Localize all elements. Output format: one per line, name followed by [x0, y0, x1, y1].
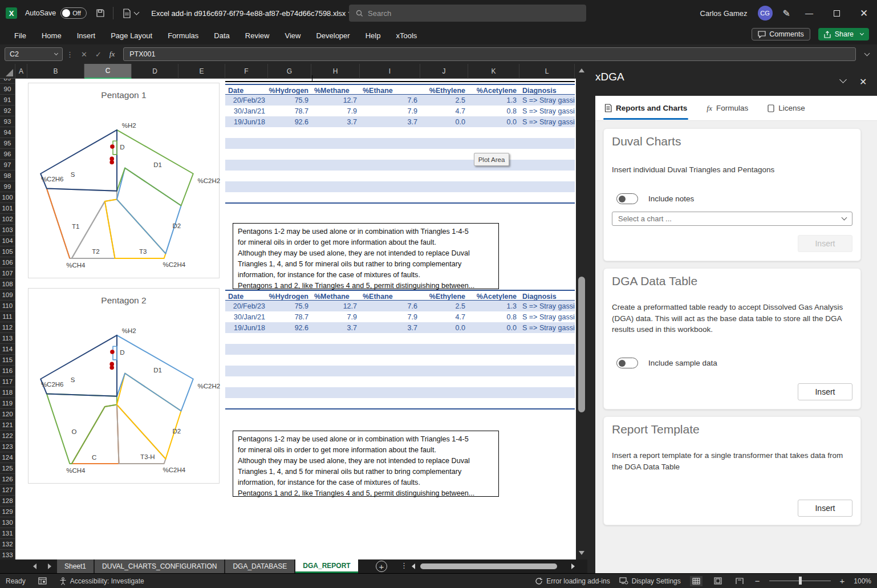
column-header-B[interactable]: B [27, 64, 84, 79]
sheet-tab-dga_report[interactable]: DGA_REPORT [295, 559, 358, 573]
table-cell[interactable] [225, 333, 268, 344]
table-cell[interactable]: 0.8 [468, 106, 519, 116]
table-cell[interactable] [519, 387, 575, 398]
column-header-I[interactable]: I [360, 64, 420, 79]
table-cell[interactable] [268, 398, 311, 409]
comments-button[interactable]: Comments [752, 28, 810, 40]
column-header-E[interactable]: E [178, 64, 225, 79]
table-cell[interactable]: 30/Jan/21 [225, 311, 268, 322]
table-cell[interactable] [225, 171, 268, 181]
table-cell[interactable] [519, 181, 575, 192]
vertical-scrollbar[interactable] [576, 64, 587, 559]
sheet-options-icon[interactable]: ⋮ [400, 561, 408, 570]
tab-reports-and-charts[interactable]: Reports and Charts [604, 96, 687, 121]
display-settings-button[interactable]: Display Settings [619, 577, 681, 585]
table-cell[interactable] [225, 376, 268, 387]
table-cell[interactable] [420, 366, 468, 376]
macro-record-icon[interactable] [38, 577, 47, 585]
insert-data-table-button[interactable]: Insert [798, 383, 852, 400]
table-cell[interactable] [420, 138, 468, 149]
table-cell[interactable] [268, 333, 311, 344]
row-header-109[interactable]: 109 [0, 290, 15, 301]
table-cell[interactable]: S => Stray gassing [519, 322, 575, 333]
table-cell[interactable] [225, 355, 268, 366]
table-cell[interactable]: 0.0 [420, 116, 468, 127]
insert-function-icon[interactable]: fx [109, 50, 115, 59]
scroll-down-icon[interactable] [579, 551, 584, 555]
row-header-114[interactable]: 114 [0, 344, 15, 355]
maximize-button[interactable] [828, 5, 845, 22]
row-header-132[interactable]: 132 [0, 539, 15, 550]
row-header-92[interactable]: 92 [0, 106, 15, 116]
table-cell[interactable] [268, 355, 311, 366]
row-header-127[interactable]: 127 [0, 485, 15, 496]
table-cell[interactable] [420, 181, 468, 192]
accessibility-status[interactable]: Accessibility: Investigate [59, 577, 144, 585]
row-header-120[interactable]: 120 [0, 409, 15, 420]
table-cell[interactable] [360, 171, 420, 181]
table-cell[interactable] [468, 127, 519, 138]
table-cell[interactable]: 2.5 [420, 301, 468, 311]
column-header-A[interactable]: A [15, 64, 27, 79]
table-cell[interactable] [311, 376, 360, 387]
table-cell[interactable] [519, 333, 575, 344]
table-cell[interactable] [225, 192, 268, 203]
table-cell[interactable]: 7.9 [311, 311, 360, 322]
table-cell[interactable]: 7.6 [360, 95, 420, 106]
row-header-90[interactable]: 90 [0, 84, 15, 95]
table-cell[interactable] [225, 181, 268, 192]
table-cell[interactable]: 30/Jan/21 [225, 106, 268, 116]
cancel-entry-icon[interactable]: ✕ [81, 50, 87, 59]
table-cell[interactable] [268, 366, 311, 376]
table-cell[interactable] [268, 138, 311, 149]
table-cell[interactable] [225, 344, 268, 355]
sheet-tab-dga_database[interactable]: DGA_DATABASE [225, 559, 294, 573]
table-cell[interactable]: 3.7 [311, 322, 360, 333]
confirm-entry-icon[interactable]: ✓ [95, 50, 101, 59]
table-cell[interactable] [268, 192, 311, 203]
include-sample-data-toggle[interactable] [616, 358, 638, 368]
table-cell[interactable] [360, 344, 420, 355]
pen-ink-icon[interactable]: ✎ [783, 8, 790, 19]
row-header-102[interactable]: 102 [0, 214, 15, 225]
table-cell[interactable]: 0.0 [468, 322, 519, 333]
table-cell[interactable] [360, 138, 420, 149]
row-header-103[interactable]: 103 [0, 225, 15, 236]
table-cell[interactable] [519, 138, 575, 149]
table-cell[interactable]: 20/Feb/23 [225, 95, 268, 106]
ribbon-tab-review[interactable]: Review [245, 31, 270, 40]
table-cell[interactable] [519, 344, 575, 355]
user-name[interactable]: Carlos Gamez [700, 9, 748, 18]
scroll-left-icon[interactable] [412, 563, 415, 569]
table-cell[interactable]: 1.3 [468, 301, 519, 311]
ribbon-tab-file[interactable]: File [14, 31, 26, 40]
table-cell[interactable] [360, 160, 420, 171]
column-header-J[interactable]: J [420, 64, 468, 79]
row-header-96[interactable]: 96 [0, 149, 15, 160]
table-cell[interactable]: 75.9 [268, 301, 311, 311]
table-cell[interactable] [468, 333, 519, 344]
table-cell[interactable] [519, 398, 575, 409]
table-cell[interactable]: S => Stray gassing [519, 95, 575, 106]
row-header-131[interactable]: 131 [0, 528, 15, 539]
table-cell[interactable] [268, 127, 311, 138]
table-cell[interactable] [311, 366, 360, 376]
page-break-view-button[interactable] [733, 576, 746, 586]
table-cell[interactable] [311, 333, 360, 344]
table-cell[interactable] [468, 387, 519, 398]
table-cell[interactable] [519, 171, 575, 181]
table-cell[interactable] [360, 366, 420, 376]
ribbon-tab-insert[interactable]: Insert [77, 31, 96, 40]
table-cell[interactable]: S => Stray gassing [519, 116, 575, 127]
table-cell[interactable] [519, 376, 575, 387]
insert-chart-button[interactable]: Insert [798, 235, 852, 252]
new-document-icon[interactable] [123, 9, 131, 18]
zoom-out-button[interactable]: − [755, 576, 760, 586]
table-cell[interactable] [360, 181, 420, 192]
row-header-122[interactable]: 122 [0, 431, 15, 441]
table-cell[interactable]: 92.6 [268, 116, 311, 127]
ribbon-tab-page-layout[interactable]: Page Layout [111, 31, 152, 40]
row-header-119[interactable]: 119 [0, 398, 15, 409]
row-header-113[interactable]: 113 [0, 333, 15, 344]
zoom-level[interactable]: 100% [854, 577, 871, 585]
